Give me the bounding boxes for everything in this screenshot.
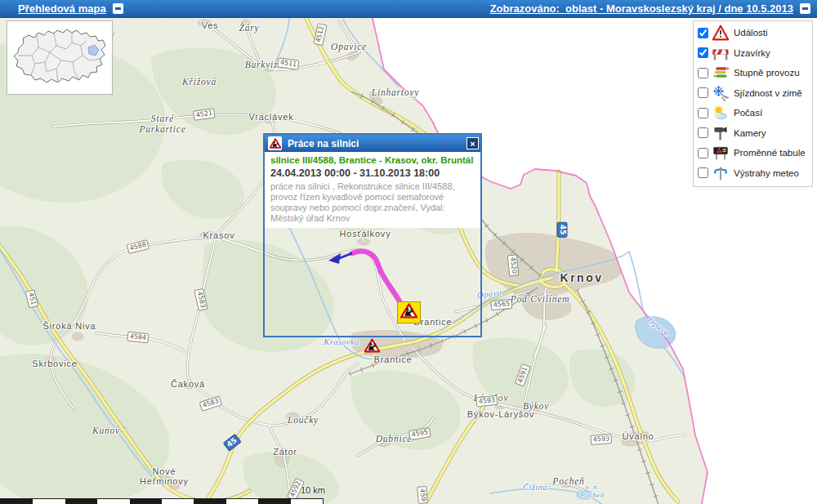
layer-label: Uzavírky (734, 48, 770, 58)
overview-inset-map[interactable] (7, 20, 113, 95)
layer-row-meteo-station: Výstrahy meteo (694, 163, 812, 184)
layer-checkbox-weather[interactable] (698, 108, 708, 118)
minimize-icon[interactable] (800, 3, 810, 14)
layer-row-barrier: Uzavírky (694, 43, 812, 64)
layers-panel: UdálostiUzavírkyStupně provozuSjízdnost … (693, 20, 813, 187)
top-toolbar: Přehledová mapa Zobrazováno: oblast - Mo… (0, 0, 817, 18)
layer-row-warning-triangle: Události (694, 23, 812, 43)
displayed-region-link[interactable]: Zobrazováno: oblast - Moravskoslezský kr… (490, 2, 793, 15)
layer-label: Události (734, 28, 768, 38)
layer-checkbox-snowflake[interactable] (698, 87, 708, 98)
layer-checkbox-meteo-station[interactable] (698, 167, 708, 178)
layer-row-snowflake: Sjízdnost v zimě (694, 83, 812, 104)
event-popup-body: silnice III/4588, Brantice - Krasov, okr… (265, 152, 480, 228)
event-popup: Práce na silnici × silnice III/4588, Bra… (263, 133, 482, 337)
layer-label: Sjízdnost v zimě (734, 88, 802, 98)
event-description: práce na silnici , Rekonstrukce silnice … (270, 181, 475, 224)
overview-map-link[interactable]: Přehledová mapa (18, 2, 106, 15)
layer-label: Proměnné tabule (734, 148, 806, 158)
camera-icon (711, 125, 730, 141)
layer-label: Kamery (734, 128, 766, 138)
layer-checkbox-camera[interactable] (698, 127, 708, 138)
layer-label: Počasí (734, 108, 762, 118)
warning-triangle-icon (711, 25, 730, 41)
meteo-station-icon (711, 165, 730, 181)
minimize-icon[interactable] (113, 3, 123, 14)
scale-bar (0, 498, 324, 504)
czech-regions-outline (7, 21, 110, 92)
layer-label: Stupně provozu (734, 68, 800, 78)
layer-checkbox-traffic-levels[interactable] (698, 68, 708, 78)
event-date-range: 24.04.2013 00:00 - 31.10.2013 18:00 (270, 167, 475, 180)
layer-row-traffic-levels: Stupně provozu (694, 63, 812, 83)
popup-title: Práce na silnici (288, 138, 359, 149)
snowflake-icon (711, 85, 730, 101)
layer-checkbox-barrier[interactable] (698, 47, 708, 58)
layer-checkbox-warning-triangle[interactable] (698, 28, 708, 38)
roadworks-marker[interactable] (364, 338, 380, 356)
barrier-icon (711, 45, 730, 61)
layer-label: Výstrahy meteo (734, 168, 799, 178)
roadworks-sign-icon (364, 341, 380, 355)
layer-checkbox-message-board[interactable] (698, 148, 708, 158)
close-icon[interactable]: × (467, 137, 479, 149)
scale-label: 10 km (301, 485, 325, 495)
event-popup-titlebar: Práce na silnici × (265, 135, 480, 152)
traffic-levels-icon (711, 65, 730, 81)
layer-row-camera: Kamery (694, 123, 812, 144)
message-board-icon (711, 145, 730, 161)
map-canvas[interactable]: VesŽáryOpaviceBurkvizLinhartovyKřižováVr… (0, 0, 817, 504)
roadworks-sign-icon (268, 136, 282, 150)
layer-row-message-board: Proměnné tabule (694, 143, 812, 163)
layer-row-weather: Počasí (694, 103, 812, 123)
weather-icon (711, 105, 730, 121)
event-road-heading: silnice III/4588, Brantice - Krasov, okr… (270, 154, 475, 166)
